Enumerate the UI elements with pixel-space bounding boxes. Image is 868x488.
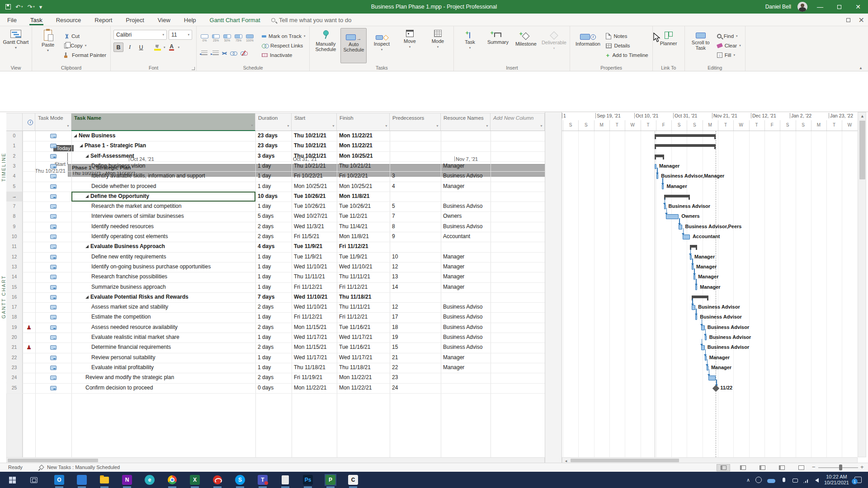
task-name-cell[interactable]: Decide whether to proceed bbox=[71, 182, 255, 192]
gantt-task-bar[interactable] bbox=[690, 255, 692, 260]
tab-help[interactable]: Help bbox=[183, 15, 197, 25]
task-name-cell[interactable]: Define new entity requirements bbox=[71, 252, 255, 262]
column-header-dur[interactable]: Duration▼ bbox=[255, 113, 292, 131]
row-number-cell[interactable]: 15 bbox=[6, 282, 23, 292]
finish-cell[interactable]: Tue 11/16/21 bbox=[337, 343, 390, 352]
taskbar-teams-icon[interactable]: T bbox=[257, 474, 269, 486]
task-name-cell[interactable]: Review personal suitability bbox=[71, 353, 255, 363]
start-cell[interactable]: Fri 11/12/21 bbox=[292, 282, 337, 292]
start-cell[interactable]: Tue 10/26/21 bbox=[292, 192, 337, 202]
task-name-cell[interactable]: Estimate the competition bbox=[71, 312, 255, 322]
header-dropdown-icon[interactable]: ▼ bbox=[540, 123, 543, 129]
collapse-ribbon-icon[interactable]: ▲ bbox=[859, 66, 863, 70]
task-mode-cell[interactable] bbox=[35, 272, 71, 282]
notification-center-icon[interactable]: 1 bbox=[854, 477, 862, 483]
finish-cell[interactable]: Mon 11/22/21 bbox=[337, 131, 390, 141]
predecessors-cell[interactable]: 12 bbox=[390, 262, 441, 272]
task-name-cell[interactable]: Determine financial requirements bbox=[71, 343, 255, 352]
percent-100-button[interactable]: 100% bbox=[245, 34, 255, 46]
task-name-cell[interactable]: Research the market and competition bbox=[71, 202, 255, 211]
percent-75-button[interactable]: 75% bbox=[233, 34, 244, 46]
column-header-mode[interactable]: Task Mode▼ bbox=[35, 113, 71, 131]
outdent-button[interactable]: ◂ bbox=[199, 49, 208, 57]
resource-cell[interactable] bbox=[441, 192, 491, 202]
finish-cell[interactable]: Wed 11/10/21 bbox=[337, 262, 390, 272]
copy-button[interactable]: Copy▾ bbox=[63, 41, 108, 51]
start-cell[interactable]: Fri 11/19/21 bbox=[292, 373, 337, 383]
taskbar-outlook-icon[interactable]: O bbox=[53, 474, 65, 486]
gantt-task-bar[interactable] bbox=[666, 214, 679, 219]
tab-report[interactable]: Report bbox=[94, 15, 113, 25]
taskbar-adobe-icon[interactable] bbox=[212, 474, 223, 486]
italic-button[interactable]: I bbox=[125, 42, 135, 52]
finish-cell[interactable]: Wed 11/17/21 bbox=[337, 353, 390, 363]
tray-expand-icon[interactable]: ∧ bbox=[746, 477, 750, 483]
gantt-task-bar[interactable] bbox=[693, 275, 695, 280]
taskbar-project-icon[interactable]: P bbox=[325, 474, 336, 486]
task-name-cell[interactable]: Evaluate Potential Risks and Rewards bbox=[71, 292, 255, 302]
respect-links-button[interactable]: Respect Links bbox=[260, 41, 307, 51]
row-number-cell[interactable]: 2 bbox=[6, 151, 23, 161]
start-cell[interactable]: Wed 11/10/21 bbox=[292, 302, 337, 312]
gantt-summary-bar[interactable] bbox=[690, 245, 697, 248]
task-name-cell[interactable]: Identify on-going business purchase oppo… bbox=[71, 262, 255, 272]
row-number-cell[interactable]: 8 bbox=[6, 211, 23, 221]
duration-cell[interactable]: 0 days bbox=[255, 383, 292, 393]
row-number-cell[interactable]: 14 bbox=[6, 272, 23, 282]
column-header-fin[interactable]: Finish▼ bbox=[337, 113, 390, 131]
header-dropdown-icon[interactable]: ▼ bbox=[250, 122, 254, 128]
overallocation-indicator-cell[interactable]: ♟ bbox=[23, 343, 35, 352]
row-number-cell[interactable]: 20 bbox=[6, 333, 23, 343]
start-cell[interactable]: Mon 11/15/21 bbox=[292, 323, 337, 333]
duration-cell[interactable]: 1 day bbox=[255, 333, 292, 343]
fill-button[interactable]: ↓Fill▾ bbox=[716, 51, 742, 60]
duration-cell[interactable]: 1 day bbox=[255, 272, 292, 282]
taskbar-clock[interactable]: 10:22 AM10/21/2021 bbox=[824, 474, 849, 486]
task-mode-cell[interactable] bbox=[35, 182, 71, 192]
start-cell[interactable]: Fri 10/22/21 bbox=[292, 171, 337, 181]
task-mode-cell[interactable] bbox=[35, 171, 71, 181]
tab-task[interactable]: Task bbox=[29, 15, 43, 25]
predecessors-cell[interactable]: 17 bbox=[390, 312, 441, 322]
finish-cell[interactable]: Fri 11/12/21 bbox=[337, 242, 390, 252]
redo-button[interactable]: ↷▾ bbox=[27, 4, 34, 10]
predecessors-cell[interactable] bbox=[390, 192, 441, 202]
insert-summary-button[interactable]: Summary bbox=[485, 28, 511, 63]
zoom-out-button[interactable]: − bbox=[812, 464, 816, 470]
task-name-cell[interactable]: Evaluate initial profitability bbox=[71, 363, 255, 373]
start-cell[interactable]: Mon 11/22/21 bbox=[292, 383, 337, 393]
resource-cell[interactable]: Business Adviso bbox=[441, 333, 491, 343]
taskbar-file-explorer-icon[interactable] bbox=[99, 474, 110, 486]
finish-cell[interactable]: Tue 11/2/21 bbox=[337, 211, 390, 221]
task-name-cell[interactable]: Evaluate realistic initial market share bbox=[71, 333, 255, 343]
task-mode-cell[interactable] bbox=[35, 343, 71, 352]
inactivate-button[interactable]: Inactivate bbox=[260, 51, 307, 60]
task-name-cell[interactable]: Interview owners of similar businesses bbox=[71, 211, 255, 221]
predecessors-cell[interactable] bbox=[390, 131, 441, 141]
close-button[interactable]: ✕ bbox=[852, 3, 864, 10]
view-resource-sheet-button[interactable] bbox=[775, 464, 788, 471]
resource-cell[interactable] bbox=[441, 141, 491, 151]
finish-cell[interactable]: Mon 11/8/21 bbox=[337, 192, 390, 202]
predecessors-cell[interactable]: 10 bbox=[390, 252, 441, 262]
task-name-cell[interactable]: New Business bbox=[71, 131, 255, 141]
percent-0-button[interactable]: 0% bbox=[199, 34, 210, 46]
insert-milestone-button[interactable]: Milestone bbox=[513, 28, 539, 63]
resource-cell[interactable] bbox=[441, 383, 491, 393]
row-number-cell[interactable]: 9 bbox=[6, 222, 23, 232]
duration-cell[interactable]: 1 day bbox=[255, 363, 292, 373]
finish-cell[interactable]: Mon 11/8/21 bbox=[337, 232, 390, 242]
task-mode-cell[interactable] bbox=[35, 373, 71, 383]
finish-cell[interactable]: Fri 10/22/21 bbox=[337, 171, 390, 181]
tab-file[interactable]: File bbox=[6, 15, 18, 25]
duration-cell[interactable]: 2 days bbox=[255, 232, 292, 242]
column-header-res[interactable]: Resource Names▼ bbox=[441, 113, 491, 131]
predecessors-cell[interactable]: 9 bbox=[390, 232, 441, 242]
finish-cell[interactable]: Mon 11/22/21 bbox=[337, 383, 390, 393]
finish-cell[interactable]: Thu 11/4/21 bbox=[337, 222, 390, 232]
resource-cell[interactable]: Business Adviso bbox=[441, 323, 491, 333]
task-mode-cell[interactable] bbox=[35, 353, 71, 363]
task-mode-cell[interactable] bbox=[35, 333, 71, 343]
resource-cell[interactable]: Manager bbox=[441, 272, 491, 282]
manually-schedule-button[interactable]: Manually Schedule bbox=[312, 28, 339, 63]
